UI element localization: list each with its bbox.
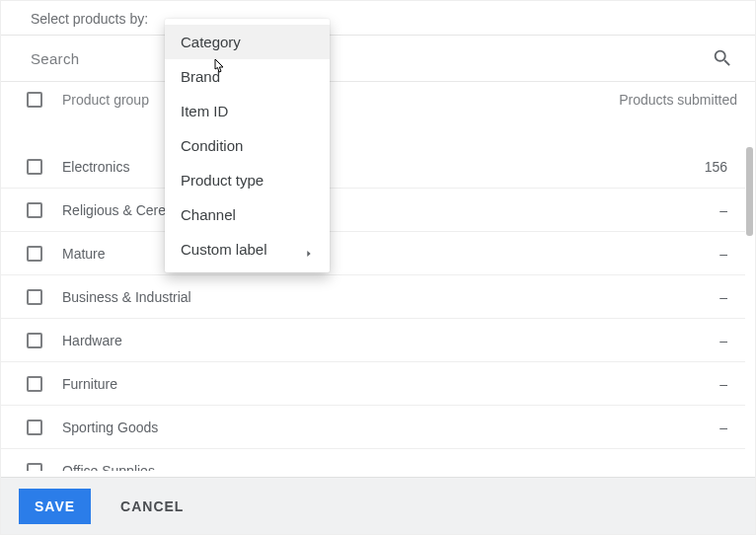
row-submitted: – (571, 289, 729, 305)
dropdown-item-label: Product type (181, 172, 264, 189)
row-submitted: – (571, 376, 729, 392)
save-button[interactable]: SAVE (19, 489, 91, 524)
row-checkbox[interactable] (27, 289, 42, 305)
row-submitted: – (571, 246, 729, 262)
row-submitted: – (571, 202, 729, 218)
scrollbar-thumb[interactable] (746, 147, 753, 236)
dropdown-item[interactable]: Condition (165, 128, 330, 163)
table-header: Product group Products submitted (1, 82, 755, 117)
dropdown-item[interactable]: Category (165, 25, 330, 59)
search-icon[interactable] (712, 47, 733, 69)
dropdown-item[interactable]: Item ID (165, 94, 330, 128)
search-placeholder: Search (31, 50, 712, 67)
table-row[interactable]: Electronics156 (1, 145, 745, 189)
row-checkbox[interactable] (27, 202, 42, 218)
dropdown-item[interactable]: Product type (165, 163, 330, 197)
table-row[interactable]: Office Supplies– (1, 449, 745, 471)
table-row[interactable]: Religious & Ceremonial– (1, 189, 745, 232)
table-row[interactable]: Furniture– (1, 362, 745, 406)
row-checkbox[interactable] (27, 333, 42, 348)
dropdown-item-label: Condition (181, 137, 243, 154)
product-list: Electronics156Religious & Ceremonial–Mat… (1, 145, 745, 471)
chevron-right-icon (304, 245, 314, 255)
row-name: Sporting Goods (62, 420, 571, 435)
table-row[interactable]: Sporting Goods– (1, 406, 745, 449)
row-submitted: 156 (571, 159, 729, 175)
row-checkbox[interactable] (27, 159, 42, 175)
dropdown-item-label: Item ID (181, 103, 228, 119)
row-name: Hardware (62, 333, 571, 348)
search-row[interactable]: Search (1, 36, 755, 81)
row-name: Office Supplies (62, 463, 571, 472)
row-checkbox[interactable] (27, 463, 42, 472)
row-checkbox[interactable] (27, 376, 42, 392)
dropdown-item[interactable]: Custom label (165, 232, 330, 267)
dropdown-item-label: Channel (181, 206, 236, 223)
dropdown-item[interactable]: Channel (165, 197, 330, 232)
row-checkbox[interactable] (27, 420, 42, 435)
product-selector-panel: Select products by: Search Product group… (0, 0, 756, 535)
row-submitted: – (571, 333, 729, 348)
select-by-label: Select products by: (1, 1, 755, 35)
row-submitted: – (571, 463, 729, 472)
select-all-checkbox[interactable] (27, 92, 42, 108)
table-row[interactable]: Mature– (1, 232, 745, 275)
row-submitted: – (571, 420, 729, 435)
table-row[interactable]: Business & Industrial– (1, 275, 745, 319)
row-checkbox[interactable] (27, 246, 42, 262)
row-name: Furniture (62, 376, 571, 392)
dropdown-item-label: Category (181, 34, 241, 50)
dropdown-item[interactable]: Brand (165, 59, 330, 94)
select-by-dropdown: CategoryBrandItem IDConditionProduct typ… (165, 19, 330, 272)
row-name: Business & Industrial (62, 289, 571, 305)
table-row[interactable]: Hardware– (1, 319, 745, 362)
column-products-submitted: Products submitted (581, 92, 739, 108)
dropdown-item-label: Brand (181, 68, 220, 85)
cancel-button[interactable]: CANCEL (114, 497, 189, 515)
dropdown-item-label: Custom label (181, 241, 267, 258)
footer-bar: SAVE CANCEL (1, 477, 755, 534)
